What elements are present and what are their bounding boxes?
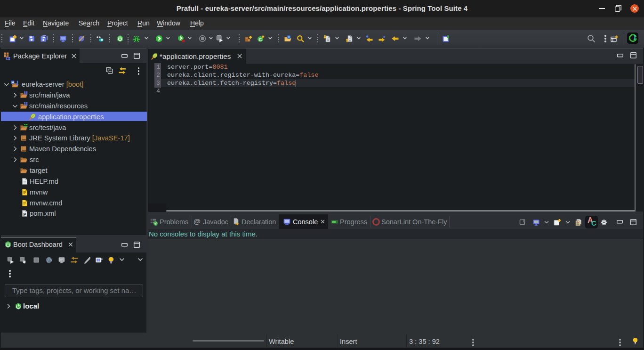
svg-text:M: M: [12, 81, 14, 84]
svg-text:C: C: [259, 37, 262, 42]
svg-text:P: P: [23, 212, 26, 217]
